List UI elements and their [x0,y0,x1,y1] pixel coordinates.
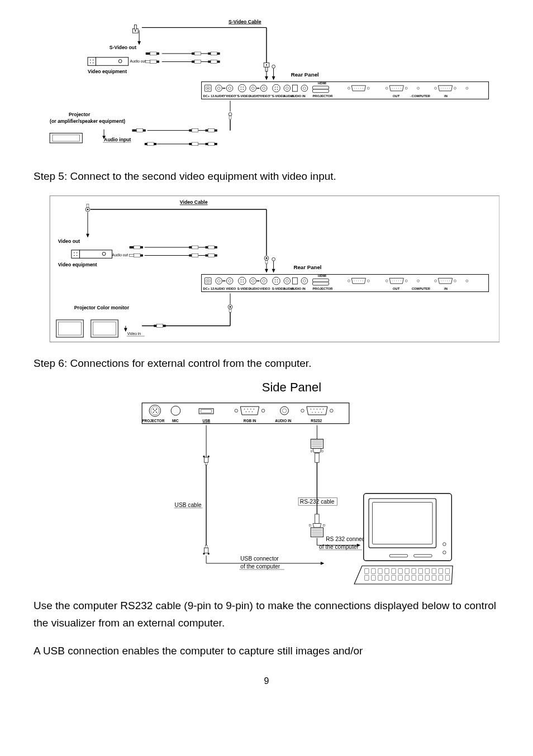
svg-point-103 [396,88,397,89]
svg-rect-25 [192,52,194,55]
svg-point-223 [277,279,278,280]
svg-rect-385 [378,575,382,580]
svg-text:S-Video Cable: S-Video Cable [229,19,261,25]
svg-rect-123 [229,116,231,119]
svg-rect-397 [418,575,422,580]
svg-text:AUDIO: AUDIO [249,94,260,98]
svg-rect-35 [217,61,220,63]
svg-rect-174 [140,246,143,248]
svg-text:OUT: OUT [393,286,400,290]
svg-text:AUDIO: AUDIO [249,286,260,290]
svg-text:-: - [428,94,429,98]
svg-rect-395 [412,575,416,580]
svg-text:Audio out: Audio out [130,59,146,63]
svg-rect-142 [192,129,198,132]
svg-text:USB: USB [203,419,211,423]
svg-point-122 [229,113,232,116]
svg-rect-22 [156,61,159,63]
svg-rect-181 [192,246,198,249]
svg-point-94 [354,88,355,89]
step6-text: Step 6: Connections for external control… [34,356,499,372]
svg-point-240 [360,280,361,281]
svg-text:(or amplifier/speaker equipmen: (or amplifier/speaker equipment) [50,118,125,124]
svg-rect-147 [189,143,192,145]
svg-rect-14 [134,25,136,30]
svg-rect-366 [323,524,325,526]
svg-rect-383 [372,575,375,580]
svg-text:VIDEO: VIDEO [226,286,236,290]
svg-point-259 [454,280,456,282]
svg-text:VIDEO: VIDEO [260,94,270,98]
svg-point-83 [285,87,288,90]
svg-point-302 [235,409,238,412]
svg-rect-155 [72,250,80,258]
svg-rect-380 [365,568,369,573]
svg-text:Audio out: Audio out [112,253,129,257]
svg-point-215 [243,281,244,283]
svg-rect-136 [145,143,147,145]
svg-rect-394 [412,568,416,573]
svg-point-243 [386,280,388,282]
svg-point-297 [171,406,180,415]
svg-point-212 [241,279,242,280]
svg-point-101 [392,88,392,89]
svg-text:HDMI: HDMI [318,274,326,277]
svg-text:OUT: OUT [393,94,400,98]
svg-rect-392 [405,568,409,573]
figure2-svg: Video Cable Video equipment Video out x … [34,193,499,345]
svg-marker-42 [265,76,268,80]
svg-rect-175 [130,254,134,256]
svg-text:VIDEO: VIDEO [226,94,236,98]
svg-rect-19 [156,52,159,55]
svg-point-45 [272,65,275,68]
svg-rect-29 [217,52,220,55]
svg-point-211 [239,277,246,285]
svg-point-5 [93,63,94,64]
svg-rect-190 [215,254,217,256]
svg-rect-32 [194,60,201,64]
svg-point-3 [93,60,94,61]
svg-rect-390 [398,568,402,573]
svg-rect-337 [208,553,210,554]
rs232-paragraph: Use the computer RS232 cable (9-pin to 9… [34,597,499,631]
svg-marker-341 [321,562,324,565]
svg-text:RS232: RS232 [311,419,322,423]
svg-point-317 [314,409,315,409]
svg-rect-391 [398,575,402,580]
svg-text:AUDIO: AUDIO [215,286,225,290]
svg-rect-381 [365,575,369,580]
svg-point-194 [266,257,268,259]
svg-text:PROJECTOR: PROJECTOR [312,94,333,98]
svg-text:Video out: Video out [58,238,80,244]
svg-rect-393 [405,575,409,580]
svg-point-293 [153,412,154,413]
svg-point-237 [354,280,355,281]
svg-point-322 [315,412,316,412]
svg-text:AUDIO: AUDIO [283,286,294,290]
svg-rect-18 [150,52,157,55]
svg-point-80 [277,89,278,90]
svg-rect-183 [208,246,215,249]
svg-rect-138 [154,143,156,145]
svg-text:USB connector: USB connector [241,556,279,562]
svg-point-305 [251,409,251,409]
page-number: 9 [34,676,499,686]
svg-point-258 [449,280,450,281]
svg-rect-28 [211,52,217,55]
svg-rect-26 [194,52,201,55]
svg-rect-34 [211,60,217,64]
svg-point-231 [303,279,306,282]
svg-text:Rear Panel: Rear Panel [291,71,319,78]
svg-text:Video equipment: Video equipment [88,69,127,74]
svg-rect-403 [439,575,443,580]
svg-text:Video in: Video in [127,332,141,336]
svg-rect-169 [87,204,89,207]
svg-point-53 [217,87,220,90]
svg-rect-150 [208,142,215,146]
svg-rect-405 [446,575,450,580]
svg-marker-44 [272,76,275,80]
svg-point-50 [207,88,208,89]
figure-svideo-connection: S-Video Cable Video equipment S-Video ou… [34,17,499,157]
svg-rect-386 [385,568,389,573]
svg-point-61 [239,84,246,92]
